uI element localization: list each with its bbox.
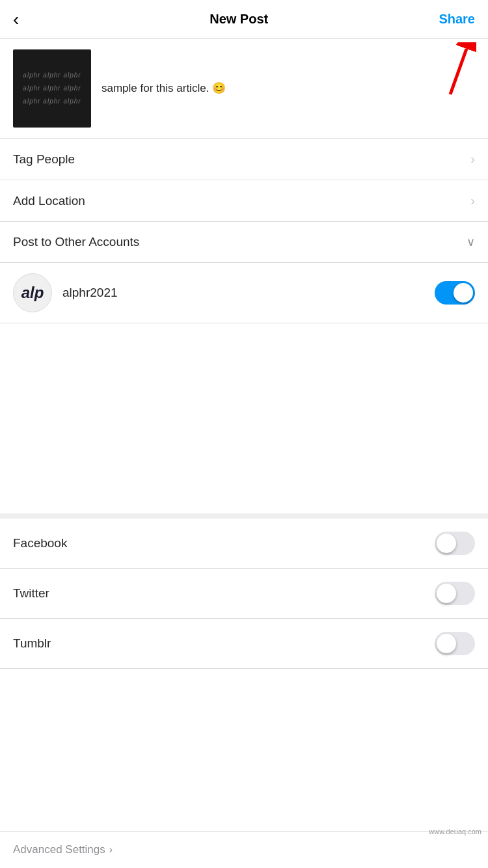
account-toggle[interactable] (435, 281, 475, 305)
add-location-label: Add Location (13, 194, 85, 208)
advanced-settings-chevron: › (109, 844, 113, 856)
facebook-toggle[interactable] (435, 532, 475, 555)
back-button[interactable]: ‹ (13, 9, 39, 30)
watermark: www.deuaq.com (429, 828, 481, 835)
toggle-thumb (437, 534, 456, 553)
advanced-settings-row[interactable]: Advanced Settings › (0, 831, 488, 868)
twitter-row: Twitter (0, 569, 488, 619)
tumblr-row: Tumblr (0, 619, 488, 669)
share-button[interactable]: Share (439, 12, 475, 27)
facebook-label: Facebook (13, 536, 67, 550)
header: ‹ New Post Share (0, 0, 488, 39)
twitter-label: Twitter (13, 586, 49, 601)
advanced-settings-label: Advanced Settings (13, 843, 105, 856)
tag-people-row[interactable]: Tag People › (0, 139, 488, 180)
toggle-thumb (454, 283, 473, 303)
add-location-row[interactable]: Add Location › (0, 180, 488, 222)
post-to-other-accounts-label: Post to Other Accounts (13, 235, 139, 249)
post-to-other-accounts-chevron: ∨ (467, 235, 475, 249)
svg-line-1 (450, 49, 467, 94)
avatar-initials: alp (21, 284, 44, 302)
twitter-toggle[interactable] (435, 582, 475, 605)
account-name: alphr2021 (62, 286, 118, 300)
facebook-row: Facebook (0, 519, 488, 569)
tag-people-label: Tag People (13, 152, 75, 167)
post-preview: alphr alphr alphr alphr alphr alphr alph… (0, 39, 488, 139)
account-left: alp alphr2021 (13, 273, 118, 312)
avatar: alp (13, 273, 52, 312)
tag-people-chevron: › (470, 152, 475, 167)
post-to-other-accounts-row[interactable]: Post to Other Accounts ∨ (0, 222, 488, 263)
post-thumbnail: alphr alphr alphr alphr alphr alphr alph… (13, 49, 91, 128)
page-title: New Post (210, 12, 268, 27)
annotation-arrow (424, 42, 476, 103)
account-row-alphr2021: alp alphr2021 (0, 263, 488, 323)
add-location-chevron: › (470, 193, 475, 208)
toggle-thumb (437, 634, 456, 653)
post-caption: sample for this article. 😊 (91, 80, 475, 97)
empty-space (0, 323, 488, 519)
tumblr-label: Tumblr (13, 636, 51, 651)
tumblr-toggle[interactable] (435, 632, 475, 655)
toggle-thumb (437, 584, 456, 603)
